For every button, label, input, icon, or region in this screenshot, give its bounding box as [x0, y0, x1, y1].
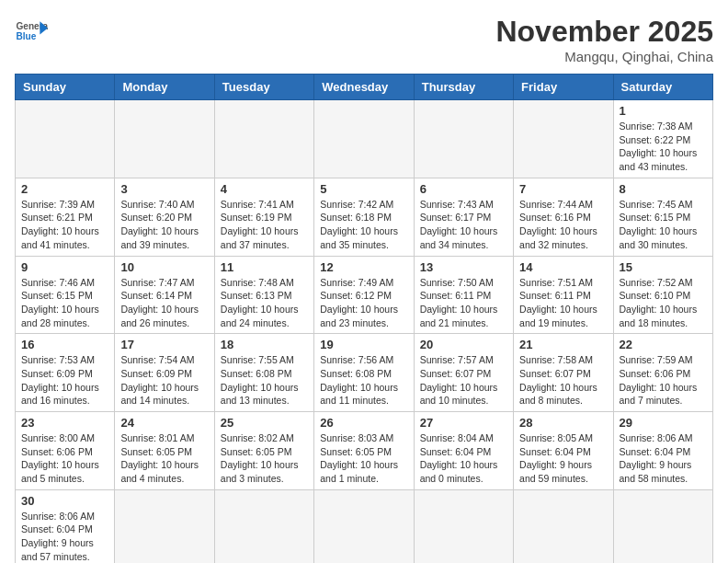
calendar-cell [214, 100, 313, 178]
calendar-cell [314, 489, 414, 563]
day-info: Sunrise: 7:55 AM Sunset: 6:08 PM Dayligh… [221, 353, 308, 408]
calendar-cell: 11Sunrise: 7:48 AM Sunset: 6:13 PM Dayli… [214, 256, 313, 334]
day-info: Sunrise: 8:01 AM Sunset: 6:05 PM Dayligh… [120, 431, 208, 486]
calendar-cell: 7Sunrise: 7:44 AM Sunset: 6:16 PM Daylig… [514, 178, 613, 256]
calendar-cell: 18Sunrise: 7:55 AM Sunset: 6:08 PM Dayli… [214, 334, 313, 412]
calendar-cell: 29Sunrise: 8:06 AM Sunset: 6:04 PM Dayli… [613, 412, 712, 490]
column-header-saturday: Saturday [613, 75, 712, 100]
day-number: 17 [120, 338, 208, 351]
day-number: 28 [519, 416, 607, 430]
day-number: 19 [320, 338, 407, 351]
calendar-cell: 15Sunrise: 7:52 AM Sunset: 6:10 PM Dayli… [613, 256, 712, 334]
calendar-cell [314, 100, 414, 178]
day-number: 1 [620, 104, 707, 118]
day-info: Sunrise: 7:45 AM Sunset: 6:15 PM Dayligh… [620, 198, 707, 252]
day-info: Sunrise: 7:43 AM Sunset: 6:17 PM Dayligh… [420, 198, 507, 252]
calendar-cell: 8Sunrise: 7:45 AM Sunset: 6:15 PM Daylig… [613, 178, 712, 256]
calendar-cell: 20Sunrise: 7:57 AM Sunset: 6:07 PM Dayli… [414, 334, 513, 412]
calendar-cell: 1Sunrise: 7:38 AM Sunset: 6:22 PM Daylig… [613, 100, 712, 178]
svg-text:Blue: Blue [16, 31, 36, 41]
day-number: 27 [420, 416, 507, 430]
column-header-thursday: Thursday [414, 75, 513, 100]
calendar-cell [115, 100, 214, 178]
logo-icon: General Blue [15, 15, 48, 48]
calendar-week-2: 2Sunrise: 7:39 AM Sunset: 6:21 PM Daylig… [16, 178, 713, 256]
day-number: 12 [320, 260, 407, 274]
calendar-cell [414, 489, 513, 563]
calendar-cell [16, 100, 115, 178]
day-info: Sunrise: 7:50 AM Sunset: 6:11 PM Dayligh… [420, 276, 507, 330]
month-title: November 2025 [495, 15, 713, 49]
day-info: Sunrise: 8:03 AM Sunset: 6:05 PM Dayligh… [320, 431, 407, 486]
day-info: Sunrise: 8:04 AM Sunset: 6:04 PM Dayligh… [420, 431, 507, 486]
day-info: Sunrise: 7:52 AM Sunset: 6:10 PM Dayligh… [620, 276, 707, 330]
calendar-cell: 24Sunrise: 8:01 AM Sunset: 6:05 PM Dayli… [115, 412, 214, 490]
day-number: 26 [320, 416, 407, 430]
day-number: 14 [519, 260, 607, 274]
calendar: SundayMondayTuesdayWednesdayThursdayFrid… [15, 74, 713, 563]
calendar-week-1: 1Sunrise: 7:38 AM Sunset: 6:22 PM Daylig… [16, 100, 713, 178]
day-info: Sunrise: 7:47 AM Sunset: 6:14 PM Dayligh… [120, 276, 208, 330]
day-number: 9 [21, 260, 108, 274]
column-header-friday: Friday [514, 75, 613, 100]
calendar-cell: 6Sunrise: 7:43 AM Sunset: 6:17 PM Daylig… [414, 178, 513, 256]
day-number: 29 [620, 416, 707, 430]
day-number: 15 [620, 260, 707, 274]
column-header-tuesday: Tuesday [214, 75, 313, 100]
day-number: 20 [420, 338, 507, 351]
calendar-cell: 16Sunrise: 7:53 AM Sunset: 6:09 PM Dayli… [16, 334, 115, 412]
calendar-cell: 12Sunrise: 7:49 AM Sunset: 6:12 PM Dayli… [314, 256, 414, 334]
calendar-cell: 10Sunrise: 7:47 AM Sunset: 6:14 PM Dayli… [115, 256, 214, 334]
day-info: Sunrise: 8:06 AM Sunset: 6:04 PM Dayligh… [21, 510, 108, 563]
day-info: Sunrise: 7:46 AM Sunset: 6:15 PM Dayligh… [21, 276, 108, 330]
calendar-week-4: 16Sunrise: 7:53 AM Sunset: 6:09 PM Dayli… [16, 334, 713, 412]
day-info: Sunrise: 7:39 AM Sunset: 6:21 PM Dayligh… [21, 198, 108, 252]
day-number: 23 [21, 416, 108, 430]
day-number: 5 [320, 182, 407, 196]
calendar-cell [514, 100, 613, 178]
title-area: November 2025 Mangqu, Qinghai, China [495, 15, 713, 64]
day-number: 30 [21, 494, 108, 508]
calendar-cell: 17Sunrise: 7:54 AM Sunset: 6:09 PM Dayli… [115, 334, 214, 412]
calendar-cell: 4Sunrise: 7:41 AM Sunset: 6:19 PM Daylig… [214, 178, 313, 256]
day-number: 6 [420, 182, 507, 196]
day-info: Sunrise: 7:51 AM Sunset: 6:11 PM Dayligh… [519, 276, 607, 330]
calendar-cell: 30Sunrise: 8:06 AM Sunset: 6:04 PM Dayli… [16, 489, 115, 563]
location: Mangqu, Qinghai, China [495, 49, 713, 64]
day-number: 16 [21, 338, 108, 351]
calendar-cell [214, 489, 313, 563]
logo: General Blue [15, 15, 48, 48]
calendar-cell [414, 100, 513, 178]
day-number: 18 [221, 338, 308, 351]
calendar-week-6: 30Sunrise: 8:06 AM Sunset: 6:04 PM Dayli… [16, 489, 713, 563]
calendar-week-5: 23Sunrise: 8:00 AM Sunset: 6:06 PM Dayli… [16, 412, 713, 490]
column-header-monday: Monday [115, 75, 214, 100]
day-info: Sunrise: 7:59 AM Sunset: 6:06 PM Dayligh… [620, 353, 707, 408]
calendar-cell: 19Sunrise: 7:56 AM Sunset: 6:08 PM Dayli… [314, 334, 414, 412]
day-info: Sunrise: 7:41 AM Sunset: 6:19 PM Dayligh… [221, 198, 308, 252]
day-info: Sunrise: 7:42 AM Sunset: 6:18 PM Dayligh… [320, 198, 407, 252]
day-info: Sunrise: 7:44 AM Sunset: 6:16 PM Dayligh… [519, 198, 607, 252]
day-info: Sunrise: 8:02 AM Sunset: 6:05 PM Dayligh… [221, 431, 308, 486]
calendar-cell: 2Sunrise: 7:39 AM Sunset: 6:21 PM Daylig… [16, 178, 115, 256]
day-info: Sunrise: 7:54 AM Sunset: 6:09 PM Dayligh… [120, 353, 208, 408]
calendar-cell: 26Sunrise: 8:03 AM Sunset: 6:05 PM Dayli… [314, 412, 414, 490]
day-number: 8 [620, 182, 707, 196]
calendar-cell: 22Sunrise: 7:59 AM Sunset: 6:06 PM Dayli… [613, 334, 712, 412]
day-info: Sunrise: 7:53 AM Sunset: 6:09 PM Dayligh… [21, 353, 108, 408]
calendar-cell: 9Sunrise: 7:46 AM Sunset: 6:15 PM Daylig… [16, 256, 115, 334]
calendar-cell [613, 489, 712, 563]
day-number: 13 [420, 260, 507, 274]
day-number: 24 [120, 416, 208, 430]
calendar-header-row: SundayMondayTuesdayWednesdayThursdayFrid… [16, 75, 713, 100]
day-number: 4 [221, 182, 308, 196]
calendar-week-3: 9Sunrise: 7:46 AM Sunset: 6:15 PM Daylig… [16, 256, 713, 334]
day-info: Sunrise: 8:00 AM Sunset: 6:06 PM Dayligh… [21, 431, 108, 486]
calendar-cell: 25Sunrise: 8:02 AM Sunset: 6:05 PM Dayli… [214, 412, 313, 490]
day-number: 25 [221, 416, 308, 430]
calendar-cell: 28Sunrise: 8:05 AM Sunset: 6:04 PM Dayli… [514, 412, 613, 490]
calendar-cell: 3Sunrise: 7:40 AM Sunset: 6:20 PM Daylig… [115, 178, 214, 256]
header: General Blue November 2025 Mangqu, Qingh… [15, 15, 713, 64]
calendar-cell: 23Sunrise: 8:00 AM Sunset: 6:06 PM Dayli… [16, 412, 115, 490]
day-info: Sunrise: 7:38 AM Sunset: 6:22 PM Dayligh… [620, 120, 707, 174]
